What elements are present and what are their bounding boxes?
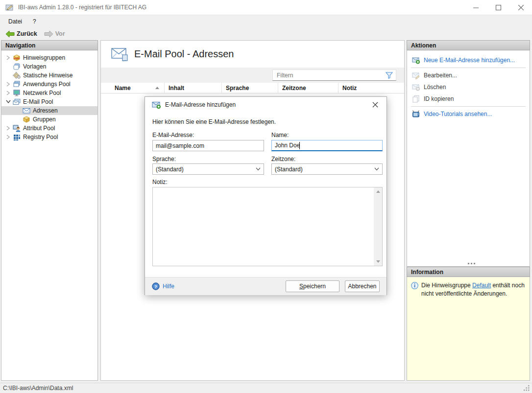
information-panel: Information Die Hinweisgruppe Default en… bbox=[407, 267, 530, 381]
save-button[interactable]: Speichern bbox=[286, 280, 339, 292]
action-label: Video-Tutorials ansehen... bbox=[424, 111, 492, 117]
column-header-inhalt[interactable]: Inhalt bbox=[165, 83, 222, 93]
gear-note-icon bbox=[13, 71, 21, 79]
dialog-title: E-Mail-Adresse hinzufügen bbox=[165, 101, 236, 108]
chevron-right-icon[interactable] bbox=[4, 89, 12, 97]
chevron-down-icon bbox=[374, 167, 379, 171]
action-copy-id[interactable]: ID kopieren bbox=[407, 93, 530, 105]
sidebar-item-label: Statische Hinweise bbox=[23, 72, 73, 79]
language-select[interactable]: (Standard) bbox=[152, 163, 264, 175]
sidebar-item-statische-hinweise[interactable]: Statische Hinweise bbox=[1, 71, 97, 80]
list-toolbar bbox=[101, 68, 404, 83]
sidebar-item-netzwerk-pool[interactable]: Netzwerk Pool bbox=[1, 89, 97, 97]
close-icon bbox=[518, 5, 524, 10]
name-label: Name: bbox=[271, 132, 289, 139]
sidebar-item-hinweisgruppen[interactable]: Hinweisgruppen bbox=[1, 53, 97, 62]
sidebar-item-vorlagen[interactable]: Vorlagen bbox=[1, 62, 97, 71]
column-header-name[interactable]: Name bbox=[101, 83, 165, 93]
splitter-grip-icon bbox=[468, 263, 469, 264]
back-label: Zurück bbox=[17, 30, 37, 37]
window-title: IBI-aws Admin 1.28.0 - registriert für I… bbox=[18, 4, 146, 11]
menu-bar: Datei ? bbox=[0, 15, 532, 27]
column-header-notiz[interactable]: Notiz bbox=[339, 83, 404, 93]
copy-icon bbox=[412, 95, 420, 103]
chevron-down-icon[interactable] bbox=[4, 98, 12, 106]
dialog-title-bar: E-Mail-Adresse hinzufügen bbox=[145, 97, 387, 113]
content-title-bar: E-Mail Pool - Adressen bbox=[101, 41, 404, 68]
close-button[interactable] bbox=[509, 0, 532, 15]
data-file-path: C:\IBI-aws\Admin\Data.xml bbox=[3, 385, 73, 392]
envelope-add-icon bbox=[412, 56, 420, 64]
minimize-button[interactable] bbox=[464, 0, 487, 15]
email-page-icon bbox=[111, 47, 128, 62]
action-new-email-address[interactable]: Neue E-Mail-Adresse hinzufügen... bbox=[407, 54, 530, 66]
forward-button[interactable]: Vor bbox=[42, 29, 68, 39]
sidebar-item-registry-pool[interactable]: Registry Pool bbox=[1, 133, 97, 141]
svg-text:?: ? bbox=[154, 284, 157, 289]
sidebar-item-label: Registry Pool bbox=[23, 134, 58, 140]
minimize-icon bbox=[473, 5, 479, 10]
sidebar-item-label: Anwendungs Pool bbox=[23, 81, 71, 88]
note-label: Notiz: bbox=[152, 179, 168, 185]
app-icon bbox=[5, 3, 14, 12]
actions-header: Aktionen bbox=[407, 40, 530, 50]
info-icon bbox=[411, 282, 418, 289]
name-field[interactable] bbox=[272, 140, 382, 150]
page-title: E-Mail Pool - Adressen bbox=[134, 48, 234, 60]
scroll-down-icon[interactable] bbox=[374, 257, 382, 266]
sidebar-item-label: Netzwerk Pool bbox=[23, 90, 61, 96]
filter-funnel-icon[interactable] bbox=[386, 72, 393, 79]
applications-icon bbox=[13, 80, 21, 88]
hinweisgruppe-default-link[interactable]: Default bbox=[472, 282, 491, 289]
menu-help[interactable]: ? bbox=[28, 17, 41, 26]
navigation-header: Navigation bbox=[1, 40, 98, 50]
sidebar-item-gruppen[interactable]: Gruppen bbox=[1, 115, 97, 124]
sidebar-item-attribut-pool[interactable]: Attribut Pool bbox=[1, 124, 97, 133]
chevron-down-icon bbox=[256, 167, 261, 171]
close-icon bbox=[372, 102, 378, 108]
action-video-tutorials[interactable]: Video-Tutorials ansehen... bbox=[407, 108, 530, 120]
navigation-tree: Hinweisgruppen Vorlagen Statische Hinwei… bbox=[1, 50, 98, 381]
resize-grip-icon[interactable] bbox=[523, 385, 530, 392]
chevron-right-icon[interactable] bbox=[4, 54, 12, 62]
column-header-zeitzone[interactable]: Zeitzone bbox=[278, 83, 339, 93]
help-label: Hilfe bbox=[163, 283, 174, 290]
email-field-wrap bbox=[152, 140, 264, 151]
chevron-right-icon[interactable] bbox=[4, 124, 12, 132]
add-email-dialog: E-Mail-Adresse hinzufügen Hier können Si… bbox=[145, 96, 387, 295]
help-link[interactable]: ? Hilfe bbox=[152, 282, 174, 290]
information-message: Die Hinweisgruppe Default enthält noch n… bbox=[421, 281, 526, 299]
panel-splitter[interactable] bbox=[407, 261, 530, 265]
forward-arrow-icon bbox=[44, 30, 53, 38]
toolbar: Zurück Vor bbox=[0, 27, 532, 40]
cancel-button[interactable]: Abbrechen bbox=[345, 280, 380, 292]
scroll-up-icon[interactable] bbox=[374, 187, 382, 196]
action-edit[interactable]: Bearbeiten... bbox=[407, 69, 530, 81]
sidebar-item-label: Hinweisgruppen bbox=[23, 54, 65, 61]
dialog-footer: ? Hilfe Speichern Abbrechen bbox=[145, 277, 387, 295]
menu-datei[interactable]: Datei bbox=[4, 17, 26, 26]
filter-input[interactable] bbox=[273, 70, 396, 80]
sidebar-item-adressen[interactable]: Adressen bbox=[1, 106, 97, 115]
separator bbox=[411, 68, 526, 68]
note-field[interactable] bbox=[153, 187, 374, 266]
table-header: Name Inhalt Sprache Zeitzone Notiz bbox=[101, 83, 404, 93]
column-header-sprache[interactable]: Sprache bbox=[222, 83, 278, 93]
email-label: E-Mail-Adresse: bbox=[152, 132, 194, 139]
scrollbar[interactable] bbox=[374, 187, 382, 266]
timezone-select[interactable]: (Standard) bbox=[271, 163, 383, 175]
email-field[interactable] bbox=[153, 140, 264, 151]
note-field-wrap bbox=[152, 187, 383, 266]
back-button[interactable]: Zurück bbox=[3, 29, 40, 39]
action-delete[interactable]: Löschen bbox=[407, 81, 530, 93]
dialog-close-button[interactable] bbox=[369, 98, 382, 111]
chevron-right-icon[interactable] bbox=[4, 133, 12, 141]
forward-label: Vor bbox=[55, 30, 65, 37]
actions-panel: Aktionen Neue E-Mail-Adresse hinzufügen.… bbox=[407, 40, 530, 267]
maximize-button[interactable] bbox=[487, 0, 509, 15]
envelope-icon bbox=[23, 107, 30, 115]
sidebar-item-anwendungs-pool[interactable]: Anwendungs Pool bbox=[1, 80, 97, 89]
chevron-right-icon[interactable] bbox=[4, 80, 12, 88]
filter-box bbox=[272, 69, 396, 81]
sidebar-item-email-pool[interactable]: E-Mail Pool bbox=[1, 97, 97, 106]
